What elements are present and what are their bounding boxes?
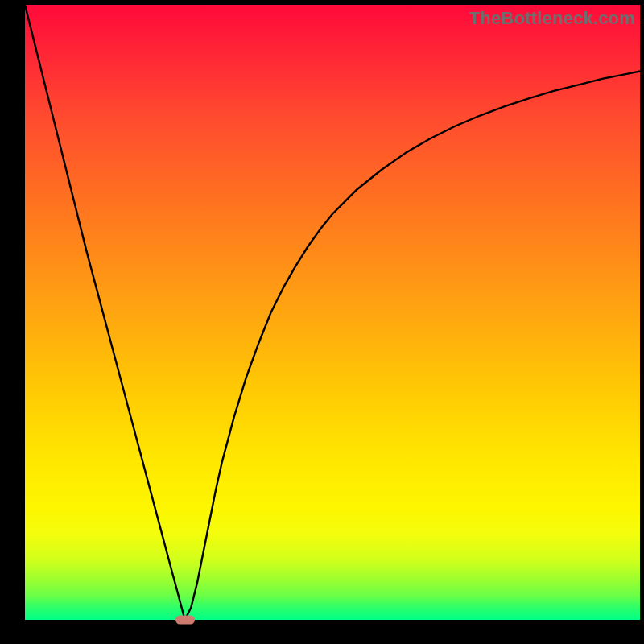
bottleneck-curve (25, 5, 640, 620)
plot-area: TheBottleneck.com (25, 5, 640, 620)
chart-frame: TheBottleneck.com (0, 0, 644, 644)
minimum-marker (175, 616, 195, 625)
